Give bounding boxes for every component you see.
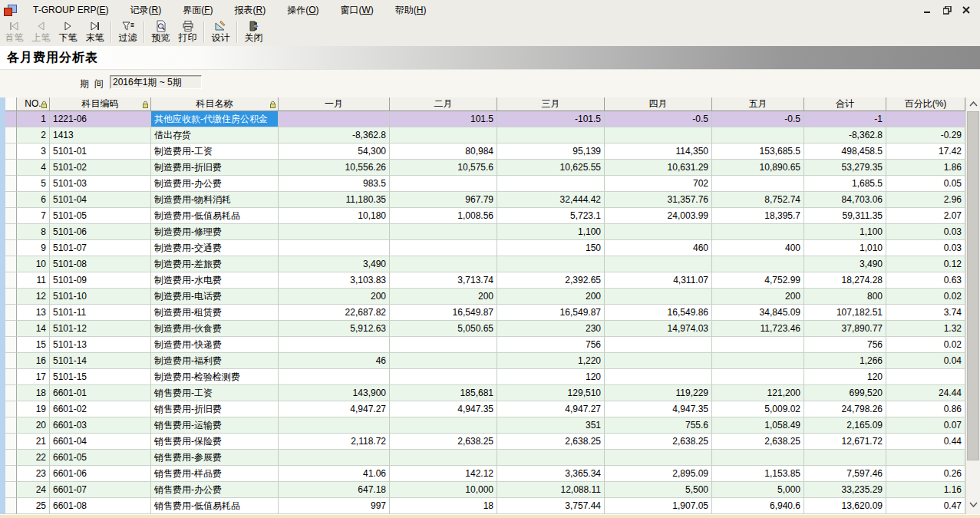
cell-m2[interactable]: 4,947.35	[390, 401, 497, 417]
column-header-m3[interactable]: 三月	[497, 97, 605, 111]
cell-m4[interactable]: 119,229	[605, 385, 712, 401]
cell-pct[interactable]: 0.02	[886, 337, 965, 353]
cell-m4[interactable]: 16,549.86	[605, 305, 712, 321]
cell-m5[interactable]: 1,153.85	[712, 466, 804, 482]
cell-code[interactable]: 5101-13	[50, 337, 151, 353]
cell-m4[interactable]	[605, 450, 712, 466]
cell-m1[interactable]	[279, 111, 390, 127]
cell-m1[interactable]: 997	[279, 498, 390, 514]
cell-m3[interactable]: 2,392.65	[497, 272, 605, 289]
cell-m4[interactable]: 4,311.07	[605, 272, 712, 289]
cell-code[interactable]: 5101-01	[50, 144, 151, 160]
cell-no[interactable]: 17	[17, 369, 50, 385]
cell-name[interactable]: 制造费用-快递费	[151, 337, 279, 353]
row-indicator[interactable]	[5, 256, 17, 272]
period-input[interactable]: 2016年1期 ~ 5期	[110, 75, 202, 89]
cell-m4[interactable]: 702	[605, 176, 712, 192]
cell-m1[interactable]: 22,687.82	[279, 305, 390, 321]
cell-m2[interactable]: 3,713.74	[390, 272, 497, 289]
vertical-scrollbar[interactable]	[965, 97, 980, 514]
scroll-down-icon[interactable]	[966, 498, 980, 511]
cell-pct[interactable]: 0.05	[886, 176, 965, 192]
cell-m4[interactable]: 14,974.03	[605, 321, 712, 337]
toolbar-close-button[interactable]: 关闭	[241, 20, 266, 45]
cell-name[interactable]: 制造费用-伙食费	[151, 321, 279, 337]
cell-name[interactable]: 制造费用-交通费	[151, 240, 279, 256]
cell-pct[interactable]: 2.07	[886, 208, 965, 224]
cell-name[interactable]: 制造费用-物料消耗	[151, 192, 279, 208]
cell-code[interactable]: 5101-08	[50, 256, 151, 272]
cell-m4[interactable]	[605, 289, 712, 305]
cell-no[interactable]: 23	[17, 466, 50, 482]
cell-m1[interactable]	[279, 337, 390, 353]
cell-no[interactable]: 16	[17, 353, 50, 369]
cell-name[interactable]: 制造费用-办公费	[151, 176, 279, 192]
cell-pct[interactable]: 1.16	[886, 482, 965, 498]
cell-m2[interactable]	[390, 127, 497, 144]
cell-pct[interactable]: 0.12	[886, 256, 965, 272]
cell-no[interactable]: 22	[17, 450, 50, 466]
row-indicator[interactable]	[5, 385, 17, 401]
row-indicator[interactable]	[5, 321, 17, 337]
cell-name[interactable]: 销售费用-保险费	[151, 434, 279, 450]
cell-total[interactable]: 120	[804, 369, 886, 385]
toolbar-button[interactable]: 打印	[175, 20, 200, 45]
cell-pct[interactable]: 24.44	[886, 385, 965, 401]
cell-m2[interactable]: 142.12	[390, 466, 497, 482]
cell-m5[interactable]	[712, 224, 804, 240]
cell-code[interactable]: 6601-04	[50, 434, 151, 450]
cell-code[interactable]: 5101-06	[50, 224, 151, 240]
cell-m4[interactable]	[605, 369, 712, 385]
cell-total[interactable]: 756	[804, 337, 886, 353]
cell-code[interactable]: 5101-11	[50, 305, 151, 321]
cell-name[interactable]: 销售费用-办公费	[151, 482, 279, 498]
cell-code[interactable]: 5101-07	[50, 240, 151, 256]
cell-total[interactable]: 1,100	[804, 224, 886, 240]
cell-m2[interactable]: 200	[390, 289, 497, 305]
cell-total[interactable]: 37,890.77	[804, 321, 886, 337]
cell-m2[interactable]: 16,549.87	[390, 305, 497, 321]
cell-code[interactable]: 5101-09	[50, 272, 151, 289]
cell-m5[interactable]	[712, 337, 804, 353]
toolbar-button[interactable]: 预览	[148, 20, 173, 45]
cell-m2[interactable]: 185,681	[390, 385, 497, 401]
row-indicator[interactable]	[5, 369, 17, 385]
row-indicator[interactable]	[5, 127, 17, 144]
cell-m3[interactable]: 3,757.44	[497, 498, 605, 514]
cell-m1[interactable]: 11,180.35	[279, 192, 390, 208]
cell-m1[interactable]: 41.06	[279, 466, 390, 482]
cell-m3[interactable]: 12,088.11	[497, 482, 605, 498]
cell-m1[interactable]: 2,118.72	[279, 434, 390, 450]
cell-name[interactable]: 销售费用-样品费	[151, 466, 279, 482]
cell-no[interactable]: 5	[17, 176, 50, 192]
cell-name[interactable]: 销售费用-工资	[151, 385, 279, 401]
cell-total[interactable]	[804, 450, 886, 466]
column-header-m4[interactable]: 四月	[605, 97, 712, 111]
cell-m5[interactable]: 1,058.49	[712, 417, 804, 434]
cell-m5[interactable]: 11,723.46	[712, 321, 804, 337]
cell-m3[interactable]: 5,723.1	[497, 208, 605, 224]
cell-m3[interactable]	[497, 450, 605, 466]
cell-total[interactable]: 33,235.29	[804, 482, 886, 498]
cell-m3[interactable]: 1,100	[497, 224, 605, 240]
cell-pct[interactable]: 0.63	[886, 272, 965, 289]
scrollbar-thumb[interactable]	[967, 111, 979, 460]
cell-m1[interactable]: 647.18	[279, 482, 390, 498]
menu-item[interactable]: 界面(F)	[172, 1, 223, 20]
cell-m4[interactable]	[605, 127, 712, 144]
cell-code[interactable]: 5101-02	[50, 160, 151, 176]
cell-m2[interactable]: 18	[390, 498, 497, 514]
cell-m1[interactable]: -8,362.8	[279, 127, 390, 144]
cell-m4[interactable]	[605, 337, 712, 353]
cell-m5[interactable]: 18,395.7	[712, 208, 804, 224]
cell-pct[interactable]: 0.04	[886, 353, 965, 369]
cell-no[interactable]: 11	[17, 272, 50, 289]
cell-code[interactable]: 6601-06	[50, 466, 151, 482]
cell-total[interactable]: 498,458.5	[804, 144, 886, 160]
cell-no[interactable]: 3	[17, 144, 50, 160]
row-indicator[interactable]	[5, 176, 17, 192]
scroll-up-icon[interactable]	[966, 97, 980, 111]
cell-no[interactable]: 2	[17, 127, 50, 144]
cell-pct[interactable]: 3.74	[886, 305, 965, 321]
cell-m3[interactable]: 4,947.27	[497, 401, 605, 417]
